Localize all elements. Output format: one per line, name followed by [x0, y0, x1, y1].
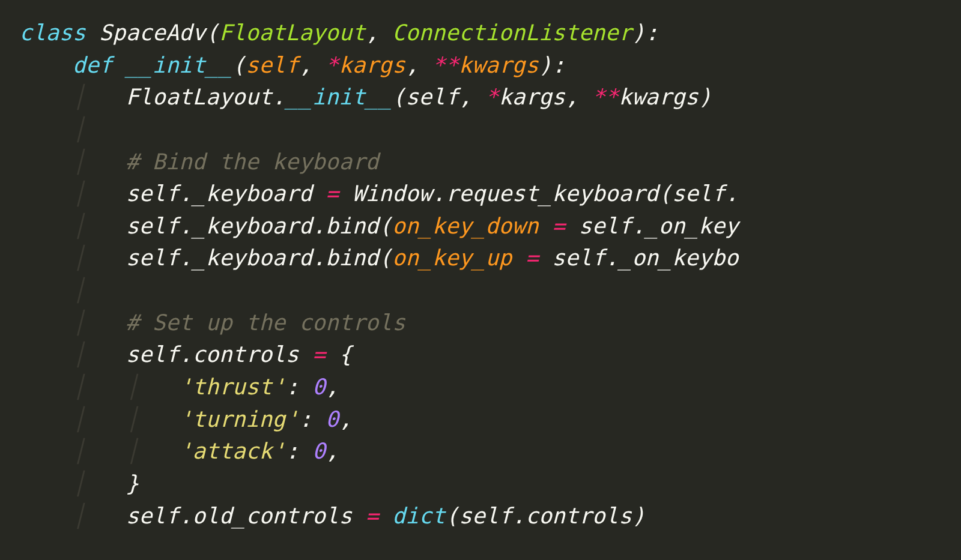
code-editor[interactable]: class SpaceAdv(FloatLayout, ConnectionLi… — [0, 0, 961, 532]
identifier: self — [126, 181, 179, 206]
identifier: controls — [526, 503, 632, 529]
comment: # Bind the keyboard — [126, 149, 378, 175]
identifier: request_keyboard — [446, 181, 659, 206]
identifier: _keyboard — [192, 213, 312, 239]
identifier: _keyboard — [192, 245, 312, 271]
number-literal: 0 — [326, 406, 339, 432]
identifier: _on_key — [645, 213, 738, 239]
identifier: _on_keybo — [619, 245, 739, 271]
code-line: │ — [19, 116, 86, 142]
code-line: │ # Bind the keyboard — [19, 149, 379, 175]
code-line: │ — [19, 277, 86, 303]
double-star-operator: ** — [432, 52, 459, 78]
builtin-dict: dict — [392, 503, 446, 529]
method-name: __init__ — [126, 52, 232, 78]
identifier: self — [126, 245, 179, 271]
base-class: ConnectionListener — [392, 20, 632, 46]
identifier: controls — [192, 342, 299, 367]
method-call: __init__ — [286, 84, 392, 110]
keyword-class: class — [19, 20, 86, 46]
keyword-def: def — [73, 52, 113, 78]
identifier: old_controls — [192, 503, 352, 529]
arg-kargs: kargs — [339, 52, 405, 78]
identifier: self — [552, 245, 605, 271]
identifier: bind — [326, 213, 379, 239]
string-literal: 'thrust' — [179, 374, 285, 400]
identifier: _keyboard — [192, 181, 312, 206]
identifier: self — [672, 181, 726, 206]
identifier: self — [126, 503, 179, 529]
identifier: kwargs — [619, 84, 699, 110]
identifier: FloatLayout — [126, 84, 272, 110]
arg-kwargs: kwargs — [459, 52, 539, 78]
identifier: self — [578, 213, 632, 239]
code-line: def __init__(self, *kargs, **kwargs): — [19, 52, 565, 78]
identifier: self — [459, 503, 512, 529]
code-line: │ self.old_controls = dict(self.controls… — [19, 503, 645, 529]
comment: # Set up the controls — [126, 310, 405, 336]
star-operator: * — [485, 84, 499, 110]
code-line: │ self._keyboard.bind(on_key_down = self… — [19, 213, 739, 239]
code-line: │ self.controls = { — [19, 342, 352, 367]
class-name: SpaceAdv — [99, 20, 205, 46]
code-line: │ self._keyboard = Window.request_keyboa… — [19, 181, 739, 206]
code-line: │ │ 'turning': 0, — [19, 406, 352, 432]
arg-self: self — [246, 52, 299, 78]
keyword-arg: on_key_down — [392, 213, 539, 239]
string-literal: 'turning' — [179, 406, 299, 432]
code-line: │ # Set up the controls — [19, 310, 405, 336]
star-operator: * — [326, 52, 339, 78]
keyword-arg: on_key_up — [392, 245, 512, 271]
identifier: Window — [352, 181, 432, 206]
base-class: FloatLayout — [219, 20, 366, 46]
code-line: │ │ 'thrust': 0, — [19, 374, 339, 400]
code-line: class SpaceAdv(FloatLayout, ConnectionLi… — [19, 20, 658, 46]
code-line: │ FloatLayout.__init__(self, *kargs, **k… — [19, 84, 712, 110]
identifier: self — [405, 84, 459, 110]
identifier: self — [126, 342, 179, 367]
number-literal: 0 — [312, 374, 326, 400]
identifier: bind — [326, 245, 379, 271]
string-literal: 'attack' — [179, 438, 285, 464]
identifier: self — [126, 213, 179, 239]
code-line: │ self._keyboard.bind(on_key_up = self._… — [19, 245, 739, 271]
number-literal: 0 — [312, 438, 326, 464]
double-star-operator: ** — [592, 84, 619, 110]
identifier: kargs — [499, 84, 565, 110]
code-line: │ │ 'attack': 0, — [19, 438, 339, 464]
code-line: │ } — [19, 471, 139, 496]
